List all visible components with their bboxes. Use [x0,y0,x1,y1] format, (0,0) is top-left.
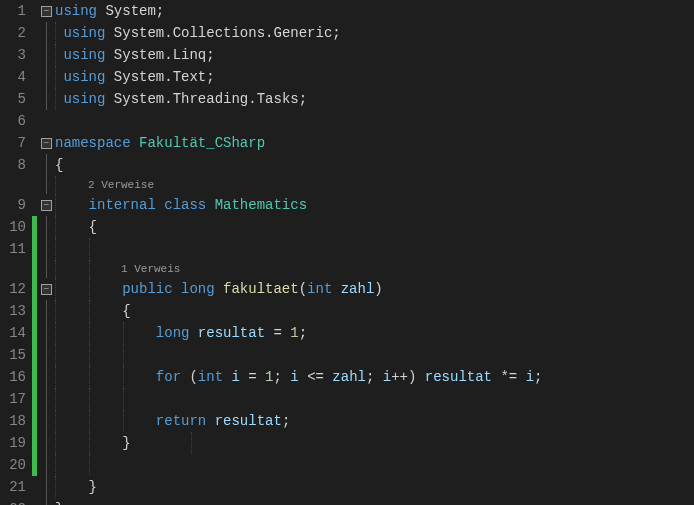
fold-toggle-icon[interactable]: − [41,284,52,295]
code-line[interactable]: { [55,154,694,176]
fold-toggle-icon[interactable]: − [41,200,52,211]
code-line[interactable]: internal class Mathematics [55,194,694,216]
code-line[interactable] [55,388,694,410]
code-line[interactable]: } [55,498,694,505]
code-line[interactable]: using System.Threading.Tasks; [55,88,694,110]
code-line[interactable]: { [55,300,694,322]
code-line[interactable]: using System.Text; [55,66,694,88]
code-line[interactable]: for (int i = 1; i <= zahl; i++) resultat… [55,366,694,388]
codelens-references[interactable]: 1 Verweis [55,260,694,278]
fold-toggle-icon[interactable]: − [41,138,52,149]
code-editor[interactable]: 1 2 3 4 5 6 7 8 9 10 11 12 13 14 15 16 1… [0,0,694,505]
code-line[interactable]: } [55,476,694,498]
code-line[interactable] [55,238,694,260]
codelens-references[interactable]: 2 Verweise [55,176,694,194]
fold-toggle-icon[interactable]: − [41,6,52,17]
code-area[interactable]: using System; using System.Collections.G… [55,0,694,505]
line-number-gutter: 1 2 3 4 5 6 7 8 9 10 11 12 13 14 15 16 1… [0,0,32,505]
code-line[interactable]: using System.Linq; [55,44,694,66]
code-line[interactable]: public long fakultaet(int zahl) [55,278,694,300]
code-line[interactable]: using System.Collections.Generic; [55,22,694,44]
code-line[interactable] [55,110,694,132]
code-line[interactable]: } [55,432,694,454]
code-line[interactable]: long resultat = 1; [55,322,694,344]
code-line[interactable] [55,454,694,476]
code-line[interactable] [55,344,694,366]
code-line[interactable]: { [55,216,694,238]
code-line[interactable]: return resultat; [55,410,694,432]
fold-column: − − − − [37,0,55,505]
code-line[interactable]: namespace Fakultät_CSharp [55,132,694,154]
code-line[interactable]: using System; [55,0,694,22]
